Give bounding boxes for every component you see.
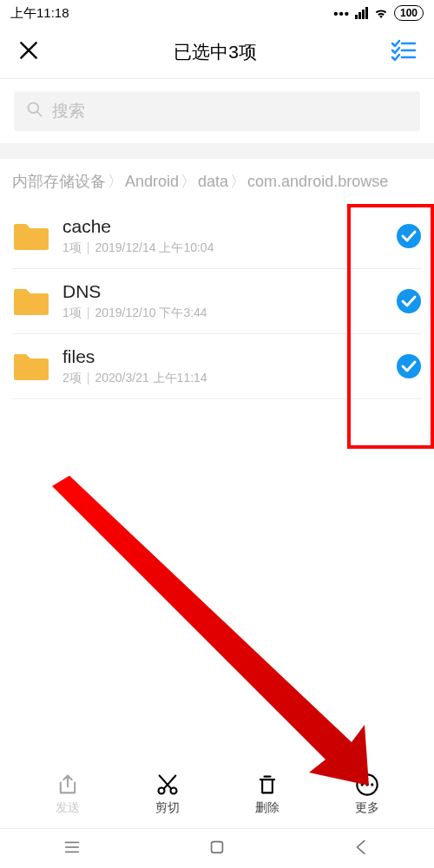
folder-icon [12, 351, 50, 382]
svg-rect-17 [212, 841, 223, 852]
trash-icon [255, 773, 279, 797]
svg-point-6 [397, 289, 421, 313]
search-wrap [0, 79, 434, 143]
header: 已选中3项 [0, 26, 434, 78]
svg-point-11 [360, 783, 363, 786]
battery-icon: 100 [394, 5, 424, 21]
svg-point-12 [365, 783, 368, 786]
folder-icon [12, 220, 50, 252]
breadcrumb-item[interactable]: com.android.browse [247, 173, 388, 190]
status-right: 100 [333, 5, 424, 21]
list-item[interactable]: files 2项|2020/3/21 上午11:14 [12, 334, 422, 399]
nav-recent-icon[interactable] [62, 838, 82, 860]
svg-point-7 [397, 354, 421, 378]
file-name: cache [62, 216, 384, 237]
check-icon[interactable] [396, 353, 422, 379]
list-item[interactable]: DNS 1项|2019/12/10 下午3:44 [12, 269, 422, 334]
status-dots-icon [333, 6, 350, 21]
search-icon [26, 101, 43, 122]
svg-marker-18 [52, 476, 369, 786]
breadcrumb[interactable]: 内部存储设备〉Android〉data〉com.android.browse [0, 159, 434, 204]
check-icon[interactable] [396, 223, 422, 249]
search-box[interactable] [14, 91, 420, 131]
svg-point-13 [371, 783, 373, 786]
file-sub: 1项|2019/12/10 下午3:44 [62, 306, 384, 321]
signal-icon [355, 7, 368, 19]
nav-back-icon[interactable] [352, 838, 372, 860]
check-icon[interactable] [396, 288, 422, 314]
system-nav-bar [0, 828, 434, 868]
send-button[interactable]: 发送 [37, 773, 98, 816]
delete-button[interactable]: 删除 [237, 773, 298, 816]
folder-icon [12, 286, 50, 317]
file-list: cache 1项|2019/12/14 上午10:04 DNS 1项|2019/… [0, 204, 434, 399]
nav-home-icon[interactable] [207, 838, 227, 860]
file-name: files [62, 346, 384, 367]
action-bar: 发送 剪切 删除 更多 [0, 760, 434, 828]
svg-point-5 [397, 224, 421, 248]
search-input[interactable] [52, 102, 408, 121]
status-bar: 上午11:18 100 [0, 0, 434, 26]
wifi-icon [373, 7, 389, 19]
share-icon [56, 773, 80, 797]
list-item[interactable]: cache 1项|2019/12/14 上午10:04 [12, 204, 422, 269]
file-sub: 1项|2019/12/14 上午10:04 [62, 240, 384, 256]
file-sub: 2项|2020/3/21 上午11:14 [62, 371, 384, 386]
more-button[interactable]: 更多 [337, 773, 398, 816]
more-icon [355, 773, 379, 797]
file-name: DNS [62, 281, 384, 302]
breadcrumb-item[interactable]: 内部存储设备 [12, 173, 106, 190]
close-icon[interactable] [17, 39, 40, 65]
select-all-icon[interactable] [391, 39, 417, 65]
svg-line-4 [37, 112, 42, 116]
cut-button[interactable]: 剪切 [137, 773, 198, 816]
status-time: 上午11:18 [10, 5, 69, 22]
scissors-icon [155, 773, 180, 797]
breadcrumb-item[interactable]: Android [125, 173, 179, 190]
page-title: 已选中3项 [174, 40, 257, 64]
breadcrumb-item[interactable]: data [198, 173, 228, 190]
